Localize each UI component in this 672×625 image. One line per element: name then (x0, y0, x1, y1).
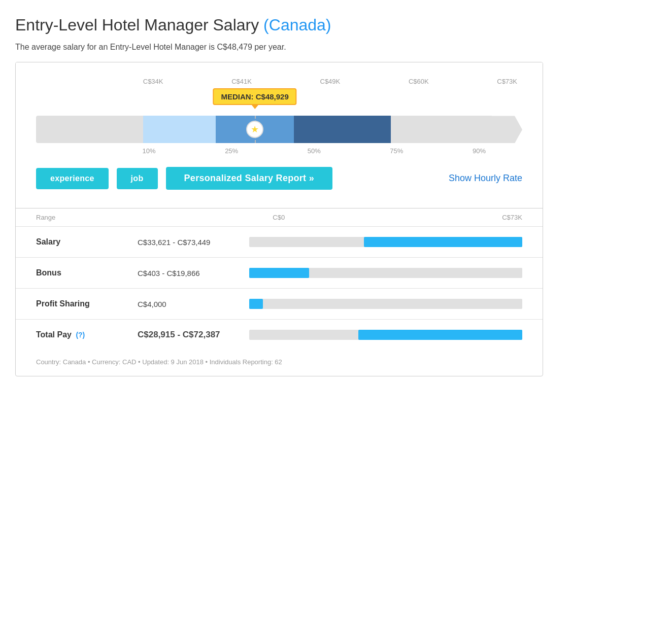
percentile-pct-labels: 10% 25% 50% 75% 90% (36, 147, 522, 155)
median-tooltip-text: MEDIAN: C$48,929 (221, 92, 288, 101)
salary-label: Salary (36, 237, 127, 247)
title-location: (Canada) (263, 16, 331, 34)
bar-gray-left (36, 116, 143, 143)
action-buttons-row: experience job Personalized Salary Repor… (36, 167, 522, 190)
salary-bar-chart: ★ (36, 116, 522, 143)
pct-10: 10% (137, 147, 162, 155)
page-title: Entry-Level Hotel Manager Salary (Canada… (15, 15, 543, 34)
experience-button[interactable]: experience (36, 168, 109, 189)
bar-arrow (492, 116, 522, 143)
data-section: Salary C$33,621 - C$73,449 Bonus C$403 -… (16, 226, 543, 350)
main-card: C$34K C$41K C$49K C$60K C$73K MEDIAN: C$… (15, 62, 543, 376)
profit-sharing-bar (249, 299, 522, 309)
salary-range: C$33,621 - C$73,449 (138, 238, 239, 247)
salary-bar (249, 237, 522, 247)
total-pay-bar-fill (358, 330, 522, 340)
subtitle: The average salary for an Entry-Level Ho… (15, 43, 543, 52)
profit-sharing-row: Profit Sharing C$4,000 (16, 288, 543, 319)
salary-bar-fill (364, 237, 522, 247)
bar-lightblue (143, 116, 216, 143)
pct-label-41k: C$41K (231, 78, 252, 85)
total-pay-range: C$28,915 - C$72,387 (138, 330, 239, 340)
bonus-label: Bonus (36, 268, 127, 277)
help-icon[interactable]: (?) (76, 331, 85, 339)
bar-darkblue (294, 116, 391, 143)
pct-label-34k: C$34K (143, 78, 163, 85)
range-divider-row: Range C$0 C$73K (16, 208, 543, 226)
bonus-bar-fill (249, 268, 309, 278)
total-pay-label: Total Pay (?) (36, 330, 127, 339)
star-icon: ★ (251, 124, 259, 135)
pct-label-60k: C$60K (409, 78, 429, 85)
profit-bar-track (249, 299, 522, 309)
personalized-report-button[interactable]: Personalized Salary Report » (166, 167, 333, 190)
title-text: Entry-Level Hotel Manager Salary (15, 16, 259, 34)
pct-90: 90% (466, 147, 492, 155)
max-label: C$73K (502, 214, 522, 221)
pct-25: 25% (219, 147, 244, 155)
bar-fill-right (391, 116, 492, 143)
footer-text: Country: Canada • Currency: CAD • Update… (36, 358, 282, 366)
bonus-row: Bonus C$403 - C$19,866 (16, 257, 543, 288)
c0-label: C$0 (273, 214, 285, 221)
total-pay-bar (249, 330, 522, 340)
bar-outer: ★ (36, 116, 522, 143)
show-hourly-rate-link[interactable]: Show Hourly Rate (449, 173, 522, 184)
chart-section: C$34K C$41K C$49K C$60K C$73K MEDIAN: C$… (16, 62, 543, 208)
median-star-marker: ★ (246, 121, 263, 138)
pct-50: 50% (301, 147, 327, 155)
bonus-bar (249, 268, 522, 278)
median-tooltip: MEDIAN: C$48,929 (213, 88, 296, 105)
salary-row: Salary C$33,621 - C$73,449 (16, 226, 543, 257)
footer-note: Country: Canada • Currency: CAD • Update… (16, 350, 543, 376)
job-button[interactable]: job (117, 168, 158, 189)
pct-75: 75% (384, 147, 409, 155)
percentile-currency-labels: C$34K C$41K C$49K C$60K C$73K (36, 78, 522, 85)
profit-sharing-range: C$4,000 (138, 300, 239, 308)
pct-label-49k: C$49K (320, 78, 341, 85)
range-label: Range (36, 214, 55, 221)
bonus-range: C$403 - C$19,866 (138, 269, 239, 277)
profit-bar-fill (249, 299, 263, 309)
profit-sharing-label: Profit Sharing (36, 299, 127, 308)
total-pay-row: Total Pay (?) C$28,915 - C$72,387 (16, 319, 543, 350)
pct-label-73k: C$73K (497, 78, 517, 85)
